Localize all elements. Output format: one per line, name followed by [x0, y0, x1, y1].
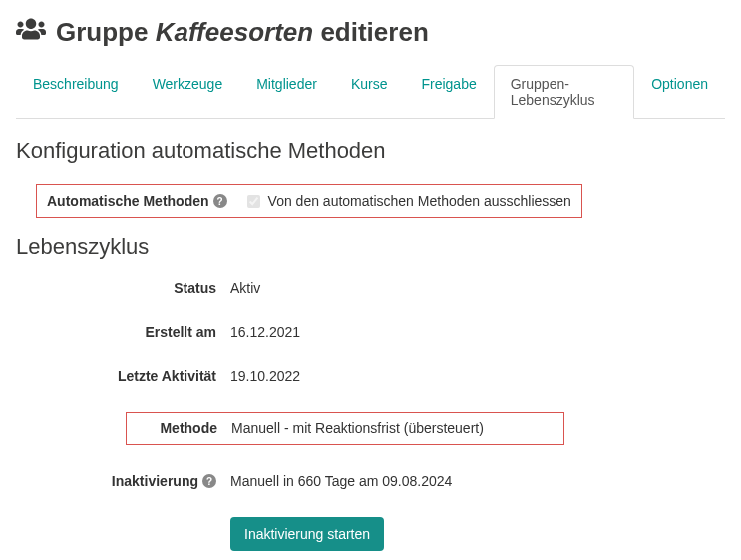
row-method-highlight: Methode Manuell - mit Reaktionsfrist (üb… [126, 412, 564, 445]
auto-methods-checkbox-label: Von den automatischen Methoden ausschlie… [268, 193, 571, 209]
tab-optionen[interactable]: Optionen [634, 65, 725, 119]
value-last-activity: 19.10.2022 [230, 368, 300, 384]
value-inactivation: Manuell in 660 Tage am 09.08.2024 [230, 473, 452, 489]
title-suffix: editieren [320, 17, 428, 47]
label-last-activity: Letzte Aktivität [16, 368, 230, 384]
help-icon[interactable]: ? [202, 474, 216, 488]
value-method: Manuell - mit Reaktionsfrist (übersteuer… [231, 420, 484, 436]
help-icon[interactable]: ? [213, 194, 227, 208]
tabs: Beschreibung Werkzeuge Mitglieder Kurse … [16, 65, 725, 119]
label-created: Erstellt am [16, 324, 230, 340]
tab-gruppen-lebenszyklus[interactable]: Gruppen-Lebenszyklus [494, 65, 634, 119]
row-inactivation: Inaktivierung ? Manuell in 660 Tage am 0… [16, 473, 725, 489]
tab-mitglieder[interactable]: Mitglieder [239, 65, 334, 119]
section-heading-auto-methods: Konfiguration automatische Methoden [16, 139, 725, 164]
tab-beschreibung[interactable]: Beschreibung [16, 65, 136, 119]
label-status: Status [16, 280, 230, 296]
auto-methods-checkbox-wrap[interactable]: Von den automatischen Methoden ausschlie… [247, 193, 571, 209]
tab-freigabe[interactable]: Freigabe [404, 65, 493, 119]
tab-werkzeuge[interactable]: Werkzeuge [136, 65, 240, 119]
row-last-activity: Letzte Aktivität 19.10.2022 [16, 368, 725, 384]
tab-kurse[interactable]: Kurse [334, 65, 405, 119]
users-icon [16, 16, 46, 49]
auto-methods-highlight: Automatische Methoden ? Von den automati… [36, 184, 582, 218]
label-method: Methode [127, 420, 231, 436]
title-prefix: Gruppe [56, 17, 148, 47]
auto-methods-checkbox[interactable] [247, 195, 260, 208]
row-created: Erstellt am 16.12.2021 [16, 324, 725, 340]
value-created: 16.12.2021 [230, 324, 300, 340]
row-status: Status Aktiv [16, 280, 725, 296]
button-row: Inaktivierung starten [230, 517, 725, 551]
start-inactivation-button[interactable]: Inaktivierung starten [230, 517, 384, 551]
auto-methods-label: Automatische Methoden ? [47, 193, 227, 209]
label-inactivation: Inaktivierung ? [16, 473, 230, 489]
section-heading-lifecycle: Lebenszyklus [16, 234, 725, 260]
title-italic: Kaffeesorten [156, 17, 313, 47]
value-status: Aktiv [230, 280, 260, 296]
page-title: Gruppe Kaffeesorten editieren [16, 16, 725, 49]
